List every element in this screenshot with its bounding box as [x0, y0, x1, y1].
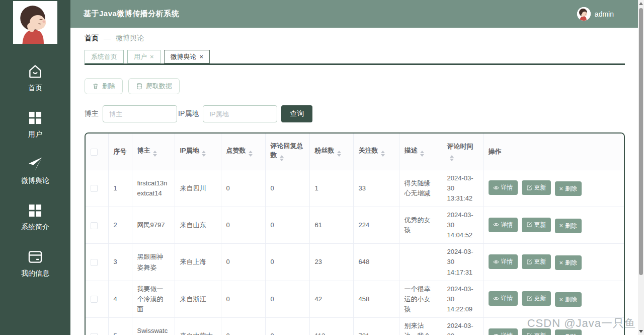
- cell-index: 2: [108, 207, 132, 243]
- scrollbar-up-arrow[interactable]: [638, 0, 644, 7]
- cell-blogger: 网民9797: [132, 207, 175, 243]
- cell-comments: 0: [265, 318, 309, 335]
- column-header-likes: 点赞数: [221, 133, 265, 170]
- scrollbar-thumb[interactable]: [639, 8, 643, 275]
- row-checkbox[interactable]: [91, 222, 98, 229]
- detail-button[interactable]: 详情: [489, 291, 518, 306]
- edit-icon: [526, 259, 532, 265]
- scrollbar-down-arrow[interactable]: [638, 328, 644, 335]
- table-row: 5Swisswatch几点了来自内蒙古00112781别来沾边，我会骂人2024…: [86, 318, 624, 335]
- cell-comments: 0: [265, 170, 309, 207]
- query-button[interactable]: 查询: [281, 105, 312, 122]
- cell-ip: 来自上海: [175, 244, 221, 281]
- user-avatar: [577, 7, 591, 21]
- sidebar-item-system-intro[interactable]: 系统简介: [21, 202, 49, 232]
- tab-label: 微博舆论: [171, 52, 197, 61]
- sidebar-item-label: 系统简介: [21, 223, 49, 232]
- sidebar-item-label: 用户: [28, 130, 42, 139]
- crawl-data-button-label: 爬取数据: [146, 82, 172, 91]
- cell-likes: 0: [221, 244, 265, 281]
- tab-close-icon[interactable]: ×: [150, 53, 154, 60]
- breadcrumb-separator: —: [104, 34, 111, 42]
- sidebar-item-weibo-opinion[interactable]: 微博舆论: [21, 156, 49, 185]
- sort-icon[interactable]: [381, 151, 385, 157]
- update-button[interactable]: 更新: [522, 291, 551, 306]
- cell-actions: 详情更新×删除: [483, 281, 624, 317]
- update-button[interactable]: 更新: [522, 328, 551, 335]
- cell-desc: 优秀的女孩: [399, 207, 442, 243]
- cell-follows: 781: [353, 318, 399, 335]
- detail-button[interactable]: 详情: [489, 254, 518, 269]
- cell-likes: 0: [221, 170, 265, 207]
- eye-icon: [493, 259, 499, 265]
- cell-index: 5: [108, 318, 132, 335]
- sort-icon[interactable]: [153, 151, 157, 157]
- row-checkbox[interactable]: [91, 259, 98, 266]
- cell-time: 2024-03-30 14:22:09: [442, 281, 483, 317]
- row-delete-button[interactable]: ×删除: [555, 329, 582, 335]
- ip-input[interactable]: [203, 105, 277, 122]
- column-header-time: 评论时间: [442, 133, 483, 170]
- sidebar-nav: 首页 用户 微博舆论 系统简介: [0, 63, 70, 278]
- edit-icon: [526, 332, 532, 335]
- cell-desc: 一个很幸运的小女孩: [399, 281, 442, 317]
- table-row: 3黑眼圈神姿舞姿来自上海00236482024-03-30 14:17:31详情…: [86, 244, 624, 281]
- sidebar-item-home[interactable]: 首页: [27, 63, 44, 93]
- detail-button[interactable]: 详情: [489, 328, 518, 335]
- vertical-scrollbar[interactable]: [638, 0, 644, 335]
- update-button[interactable]: 更新: [522, 254, 551, 269]
- sort-icon[interactable]: [202, 151, 206, 157]
- row-checkbox[interactable]: [91, 333, 98, 335]
- cell-actions: 详情更新×删除: [483, 318, 624, 335]
- cell-likes: 0: [221, 281, 265, 317]
- cell-fans: 42: [309, 281, 353, 317]
- row-delete-button[interactable]: ×删除: [555, 255, 582, 270]
- tab-weibo-opinion[interactable]: 微博舆论×: [164, 50, 210, 63]
- select-all-checkbox[interactable]: [91, 149, 98, 156]
- cell-time: 2024-03-30 13:31:42: [442, 170, 483, 207]
- sidebar-avatar: [13, 1, 57, 44]
- update-button[interactable]: 更新: [522, 218, 551, 232]
- tab-system-home[interactable]: 系统首页: [85, 50, 124, 63]
- cell-time: 2024-03-30 14:17:31: [442, 244, 483, 281]
- column-header-ops: 操作: [483, 133, 624, 170]
- cell-comments: 0: [265, 207, 309, 243]
- breadcrumb-current: 微博舆论: [116, 34, 144, 43]
- x-icon: ×: [559, 297, 564, 302]
- row-delete-button[interactable]: ×删除: [555, 181, 582, 196]
- main-content: 首页 — 微博舆论 系统首页 用户× 微博舆论×: [70, 28, 638, 335]
- sort-icon[interactable]: [280, 155, 284, 161]
- eye-icon: [493, 222, 499, 228]
- cell-fans: 112: [309, 318, 353, 335]
- cell-blogger: 我要做一个冷漠的面: [132, 281, 175, 317]
- edit-icon: [526, 296, 532, 302]
- delete-button[interactable]: 删除: [85, 78, 123, 94]
- tab-close-icon[interactable]: ×: [200, 53, 204, 60]
- cell-follows: 224: [353, 207, 399, 243]
- update-button[interactable]: 更新: [522, 180, 551, 195]
- blogger-input[interactable]: [103, 105, 177, 122]
- sort-icon[interactable]: [249, 151, 253, 157]
- row-delete-button[interactable]: ×删除: [555, 292, 582, 307]
- sidebar-item-users[interactable]: 用户: [27, 109, 44, 139]
- ip-label: IP属地: [178, 109, 199, 118]
- detail-button[interactable]: 详情: [489, 218, 518, 232]
- row-delete-button[interactable]: ×删除: [555, 219, 582, 233]
- cell-fans: 23: [309, 244, 353, 281]
- sort-icon[interactable]: [450, 155, 454, 161]
- row-checkbox[interactable]: [91, 296, 98, 303]
- detail-button[interactable]: 详情: [489, 180, 518, 195]
- row-checkbox[interactable]: [91, 185, 98, 192]
- table-row: 2网民9797来自山东0061224优秀的女孩2024-03-30 14:04:…: [86, 207, 624, 243]
- cell-index: 3: [108, 244, 132, 281]
- tab-users[interactable]: 用户×: [127, 50, 160, 63]
- column-header-blogger: 博主: [132, 133, 175, 170]
- user-menu[interactable]: admin: [577, 7, 614, 21]
- sort-icon[interactable]: [420, 151, 424, 157]
- sidebar-item-my-info[interactable]: 我的信息: [21, 248, 49, 278]
- crawl-data-button[interactable]: 爬取数据: [128, 78, 180, 94]
- sort-icon[interactable]: [337, 151, 341, 157]
- cell-fans: 1: [309, 170, 353, 207]
- breadcrumb-home[interactable]: 首页: [85, 34, 99, 43]
- top-bar: 基于Java微博传播分析系统 admin: [70, 0, 638, 28]
